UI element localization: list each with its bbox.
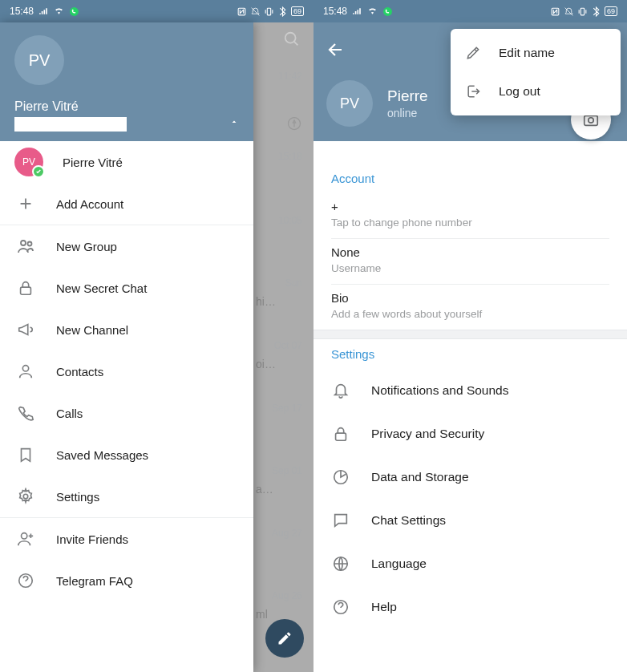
saved-messages-item[interactable]: Saved Messages [0,434,253,476]
back-button[interactable] [326,40,346,59]
pencil-icon [465,45,483,61]
chat-time: Aug 26 [272,590,302,601]
chat-icon [331,512,350,529]
telegram-faq-item[interactable]: Telegram FAQ [0,560,253,601]
username-item[interactable]: None Username [314,239,627,284]
svg-point-10 [22,533,27,539]
screen-settings: 15:48 69 PV Pierre online [314,0,627,672]
nfc-icon [237,6,247,17]
person-icon [14,362,37,380]
section-gap [314,330,627,339]
user-name: Pierre [387,87,428,105]
chat-snippet: hi… [256,295,301,308]
avatar[interactable]: PV [14,35,64,85]
svg-rect-14 [580,8,584,15]
drawer-header: PV Pierre Vitré [0,22,253,141]
svg-rect-17 [336,433,346,440]
new-secret-chat-item[interactable]: New Secret Chat [0,267,253,309]
active-check-icon [32,165,45,178]
battery-indicator: 69 [291,6,304,16]
statusbar: 15:48 69 [314,0,627,22]
edit-name-item[interactable]: Edit name [451,34,621,72]
wifi-icon [54,6,64,17]
compose-fab[interactable] [265,619,304,658]
drawer-body: PV Pierre Vitré Add Account New Group Ne… [0,141,253,672]
new-channel-item[interactable]: New Channel [0,309,253,350]
signal-icon [38,6,49,17]
user-status: online [387,107,428,119]
logout-icon [465,83,483,99]
settings-body: Account + Tap to change phone number Non… [314,141,627,629]
chat-time: 10:05 [278,215,302,226]
chat-time: Oct 07 [274,340,302,351]
bio-item[interactable]: Bio Add a few words about yourself [314,285,627,330]
svg-point-6 [28,242,32,246]
svg-rect-2 [267,8,270,15]
nfc-icon [550,6,560,17]
person-add-icon [14,530,37,548]
avatar[interactable]: PV [326,80,373,127]
privacy-item[interactable]: Privacy and Security [314,412,627,455]
help-icon [331,598,350,616]
bluetooth-icon [277,6,288,17]
expand-accounts-icon[interactable] [229,117,239,127]
phone-redacted [14,117,127,132]
profile-block: PV Pierre online [326,80,428,127]
svg-point-8 [22,366,28,371]
gear-icon [14,488,37,505]
chat-time: 15:18 [278,151,302,162]
language-item[interactable]: Language [314,542,627,585]
new-group-item[interactable]: New Group [0,225,253,267]
calls-item[interactable]: Calls [0,392,253,434]
svg-point-12 [383,7,392,16]
pinned-icon [286,115,302,132]
battery-indicator: 69 [605,6,617,16]
phone-item[interactable]: + Tap to change phone number [314,193,627,238]
svg-point-16 [589,118,593,123]
data-storage-item[interactable]: Data and Storage [314,455,627,499]
contacts-item[interactable]: Contacts [0,350,253,392]
wifi-icon [367,6,378,17]
svg-point-3 [285,33,296,43]
settings-section-title: Settings [314,339,627,369]
svg-rect-7 [21,287,31,294]
globe-icon [331,555,350,573]
whatsapp-icon [382,6,393,17]
chat-time: Sep 01 [272,465,302,476]
plus-icon [14,195,37,213]
pie-icon [331,468,350,486]
chat-list-backdrop: 11:42 15:18 10:05 Sun hi… Oct 07 oi… Sep… [253,22,314,672]
phone-icon [14,404,37,422]
mute-icon [250,6,261,17]
lock-icon [14,279,37,297]
group-icon [14,237,37,256]
add-account-item[interactable]: Add Account [0,183,253,225]
chat-time: Sep 17 [272,403,302,414]
bookmark-icon [14,446,37,464]
mute-icon [564,6,574,17]
help-item[interactable]: Help [314,585,627,629]
nav-drawer: PV Pierre Vitré PV Pierre Vitré Add Acco… [0,22,253,672]
logout-item[interactable]: Log out [451,72,621,111]
status-time: 15:48 [10,6,34,17]
chat-snippet: a… [256,483,301,496]
chat-snippet: ml [256,608,301,621]
whatsapp-icon [69,6,79,17]
vibrate-icon [577,6,588,17]
vibrate-icon [264,6,274,17]
user-name: Pierre Vitré [14,99,239,114]
statusbar: 15:48 69 [0,0,314,22]
signal-icon [352,6,362,17]
chat-time: Aug 27 [272,528,302,539]
search-icon[interactable] [283,30,301,48]
invite-friends-item[interactable]: Invite Friends [0,518,253,560]
account-item[interactable]: PV Pierre Vitré [0,141,253,183]
megaphone-icon [14,321,37,338]
notifications-item[interactable]: Notifications and Sounds [314,369,627,412]
svg-point-0 [70,7,79,16]
account-section-title: Account [314,164,627,193]
screen-drawer: 15:48 69 11:42 15:18 10:05 Sun hi… Oct 0… [0,0,314,672]
help-icon [14,572,37,589]
chat-settings-item[interactable]: Chat Settings [314,499,627,542]
settings-item[interactable]: Settings [0,476,253,517]
